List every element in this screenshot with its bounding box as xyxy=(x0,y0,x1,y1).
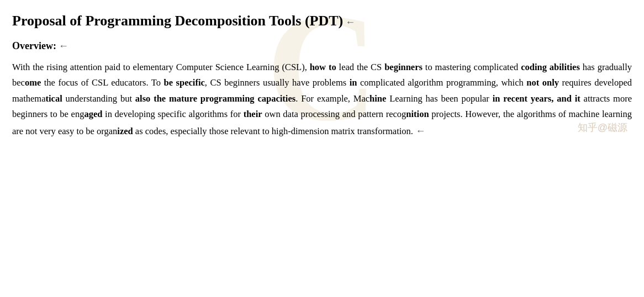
text-bold-be-specific: be specific xyxy=(164,77,205,88)
title-pilcrow: ← xyxy=(345,15,355,29)
text-understanding: understanding but xyxy=(62,93,135,104)
text-to: to mastering complicated xyxy=(423,62,521,72)
text-bold-their: their xyxy=(244,109,262,119)
text-the-focus: the focus of CSL educators. To xyxy=(41,77,163,88)
text-bold-beginners: beginners xyxy=(384,62,423,72)
body-paragraph: With the rising attention paid to elemen… xyxy=(12,60,632,139)
text-y-to: y to be organ xyxy=(70,126,117,136)
text-complicated: complicated algorithm programming, which xyxy=(357,77,527,88)
paragraph-pilcrow: ← xyxy=(413,125,426,136)
overview-pilcrow: ← xyxy=(59,40,68,52)
text-as-codes: as codes, especially those relevant to h… xyxy=(133,126,413,136)
overview-heading-text: Overview: xyxy=(12,40,56,52)
text-bold-coding: coding abilities xyxy=(521,62,580,72)
text-bold-in: in xyxy=(350,77,357,88)
text-learning: Learning has been popular xyxy=(386,93,492,104)
text-for-example: . For example, Mac xyxy=(295,93,369,104)
text-bold-aged: aged xyxy=(84,109,102,119)
text-in-developing: in developing specific algorithms for xyxy=(102,109,243,119)
text-cs-beginners: , CS beginners usually have problems xyxy=(205,77,350,88)
text-bold-how: how to xyxy=(310,62,336,72)
text-bold-hine: hine xyxy=(369,93,386,104)
text-with-rising: With the rising attention paid to elemen… xyxy=(12,62,310,72)
text-bold-nition: nition xyxy=(406,109,429,119)
main-title: Proposal of Programming Decomposition To… xyxy=(12,11,632,30)
text-bold-also: also the mature programming capacities xyxy=(135,93,295,104)
text-bold-tical: tical xyxy=(45,93,62,104)
text-own: own data processing and pattern recog xyxy=(262,109,407,119)
main-title-text: Proposal of Programming Decomposition To… xyxy=(12,11,343,30)
overview-heading: Overview: ← xyxy=(12,40,632,52)
text-bold-in-recent: in recent years, and it xyxy=(493,93,580,104)
text-bold-ome: ome xyxy=(25,77,41,88)
text-bold-ized: ized xyxy=(117,126,133,136)
text-bold-not-only: not only xyxy=(526,77,559,88)
text-lead: lead the CS xyxy=(336,62,385,72)
